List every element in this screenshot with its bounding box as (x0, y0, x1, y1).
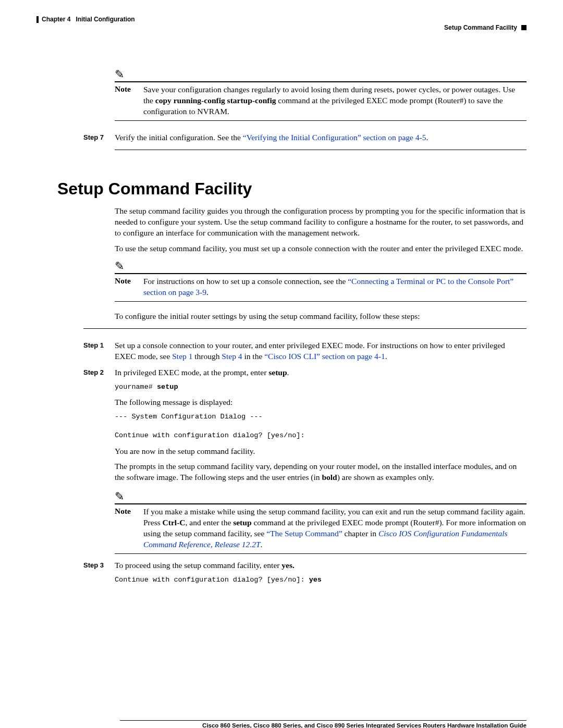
link-setup-command[interactable]: “The Setup Command” (266, 529, 342, 538)
code-block: Continue with configuration dialog? [yes… (115, 575, 527, 585)
header-section: Setup Command Facility (36, 24, 527, 31)
step-body: To proceed using the setup command facil… (115, 560, 527, 590)
header-chapter: Chapter 4 Initial Configuration (36, 16, 527, 23)
note-text: Save your configuration changes regularl… (143, 84, 527, 117)
note-label: Note (115, 507, 143, 550)
note-label: Note (115, 276, 143, 298)
step-label: Step 7 (83, 132, 115, 143)
step-row: Step 3 To proceed using the setup comman… (83, 560, 527, 590)
note-block: ✎ Note If you make a mistake while using… (115, 490, 527, 554)
note-block: ✎ Note For instructions on how to set up… (115, 260, 527, 302)
step-label: Step 1 (83, 340, 115, 362)
note-text: If you make a mistake while using the se… (143, 507, 527, 550)
step-row: Step 2 In privileged EXEC mode, at the p… (83, 367, 527, 487)
step-body: Verify the initial configuration. See th… (115, 132, 527, 143)
step-body: Set up a console connection to your rout… (115, 340, 527, 362)
note-icon: ✎ (115, 68, 527, 81)
note-text: For instructions on how to set up a cons… (143, 276, 527, 298)
footer-guide-title: Cisco 860 Series, Cisco 880 Series, and … (36, 722, 527, 728)
page-footer: Cisco 860 Series, Cisco 880 Series, and … (36, 720, 527, 728)
section-heading: Setup Command Facility (57, 179, 527, 199)
note-icon: ✎ (115, 490, 527, 503)
intro-p1: The setup command facility guides you th… (115, 206, 527, 239)
note-label: Note (115, 84, 143, 117)
link-step4[interactable]: Step 4 (222, 352, 242, 361)
note-icon: ✎ (115, 260, 527, 273)
code-block: --- System Configuration Dialog --- Cont… (115, 412, 527, 441)
step-row: Step 7 Verify the initial configuration.… (83, 132, 527, 143)
code-block: yourname# setup (115, 382, 527, 392)
step-row: Step 1 Set up a console connection to yo… (83, 340, 527, 362)
link-verifying-config[interactable]: “Verifying the Initial Configuration” se… (243, 133, 426, 142)
intro-p2: To use the setup command facility, you m… (115, 243, 527, 254)
note-block: ✎ Note Save your configuration changes r… (115, 68, 527, 121)
step-label: Step 3 (83, 560, 115, 590)
link-step1[interactable]: Step 1 (172, 352, 192, 361)
chapter-title: Initial Configuration (76, 16, 134, 23)
step-body: In privileged EXEC mode, at the prompt, … (115, 367, 527, 487)
config-intro: To configure the initial router settings… (115, 311, 527, 322)
chapter-label: Chapter 4 (42, 16, 70, 23)
step-label: Step 2 (83, 367, 115, 487)
link-cisco-ios-cli[interactable]: “Cisco IOS CLI” section on page 4-1 (264, 352, 385, 361)
header-marker-icon (521, 25, 527, 30)
